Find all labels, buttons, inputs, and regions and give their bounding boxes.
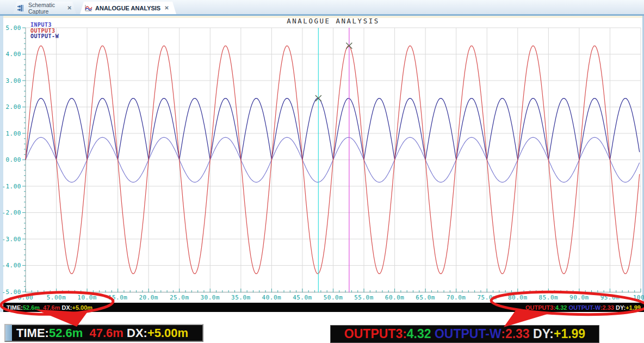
svg-text:-3.00: -3.00	[2, 236, 21, 243]
readout-segment: :2.33	[501, 327, 529, 341]
schematic-icon	[17, 4, 26, 12]
status-time-readout: TIME:52.6m 47.6m DX:+5.00m	[7, 304, 92, 311]
readout-segment: 47.6m	[40, 304, 60, 311]
time-readout-callout: TIME:52.6m 47.6m DX:+5.00m	[4, 324, 203, 342]
svg-text:0.00: 0.00	[6, 156, 22, 163]
graph-status-bar: TIME:52.6m 47.6m DX:+5.00m OUTPUT3:4.32 …	[3, 303, 644, 312]
readout-segment: :2.33	[600, 304, 614, 311]
svg-text:60.0m: 60.0m	[385, 294, 405, 301]
readout-segment: OUTPUT3:	[344, 327, 407, 341]
svg-text:INPUT3: INPUT3	[30, 22, 52, 28]
svg-text:5.00m: 5.00m	[47, 294, 66, 301]
svg-text:20.0m: 20.0m	[139, 294, 158, 301]
readout-segment: 4.32	[555, 304, 567, 311]
readout-segment: DX:	[60, 304, 72, 311]
svg-text:5.00: 5.00	[6, 24, 22, 32]
readout-segment: +1.99	[626, 304, 641, 311]
svg-text:2.00: 2.00	[6, 103, 22, 111]
readout-segment: 4.32	[407, 327, 431, 341]
readout-segment: OUTPUT-W	[431, 327, 501, 341]
svg-text:90.0m: 90.0m	[569, 294, 589, 301]
tab-label: Schematic Capture	[28, 2, 64, 15]
svg-text:30.0m: 30.0m	[200, 294, 220, 301]
svg-text:10.0m: 10.0m	[77, 294, 97, 301]
readout-segment: +5.00m	[147, 326, 188, 340]
status-value-readout: OUTPUT3:4.32 OUTPUT-W:2.33 DY:+1.99	[525, 304, 641, 311]
time-readout-text: TIME:52.6m 47.6m DX:+5.00m	[16, 326, 188, 340]
svg-text:ANALOGUE ANALYSIS: ANALOGUE ANALYSIS	[287, 17, 379, 25]
svg-text:95.0m: 95.0m	[600, 294, 620, 301]
readout-segment: DY:	[530, 327, 554, 341]
readout-segment: OUTPUT-W	[567, 304, 600, 311]
svg-text:55.0m: 55.0m	[354, 294, 374, 301]
readout-segment: 52.6m	[49, 326, 83, 340]
waveform-icon	[84, 4, 92, 12]
svg-text:1.00: 1.00	[6, 130, 22, 137]
svg-text:45.0m: 45.0m	[293, 294, 312, 301]
statusbar-grip	[5, 325, 12, 341]
readout-segment: DX:	[123, 326, 147, 340]
svg-text:35.0m: 35.0m	[231, 294, 251, 301]
readout-segment: +5.00m	[72, 304, 92, 311]
readout-segment: 52.6m	[23, 304, 40, 311]
tab-bar: Schematic Capture ✕ ANALOGUE ANALYSIS ✕	[0, 0, 644, 14]
svg-text:-5.00: -5.00	[2, 289, 21, 296]
svg-text:50.0m: 50.0m	[324, 294, 343, 301]
value-readout-text: OUTPUT3:4.32 OUTPUT-W:2.33 DY:+1.99	[344, 327, 585, 341]
svg-text:85.0m: 85.0m	[539, 294, 559, 301]
svg-text:-4.00: -4.00	[2, 262, 21, 269]
tab-schematic-capture[interactable]: Schematic Capture ✕	[13, 2, 76, 14]
svg-text:3.00: 3.00	[6, 77, 22, 84]
tab-close-icon[interactable]: ✕	[67, 5, 72, 11]
readout-segment: TIME:	[16, 326, 49, 340]
readout-segment: OUTPUT3:	[525, 304, 555, 311]
svg-text:15.0m: 15.0m	[108, 294, 128, 301]
svg-text:-1.00: -1.00	[2, 183, 21, 190]
svg-text:-2.00: -2.00	[2, 209, 21, 216]
svg-text:OUTPUT-W: OUTPUT-W	[30, 33, 59, 39]
readout-segment: 47.6m	[83, 326, 123, 340]
analysis-chart[interactable]: 0.005.00m10.0m15.0m20.0m25.0m30.0m35.0m4…	[0, 16, 644, 303]
svg-text:OUTPUT3: OUTPUT3	[30, 28, 55, 34]
tab-analogue-analysis[interactable]: ANALOGUE ANALYSIS ✕	[80, 2, 176, 14]
tab-label: ANALOGUE ANALYSIS	[95, 5, 160, 11]
value-readout-callout: OUTPUT3:4.32 OUTPUT-W:2.33 DY:+1.99	[330, 325, 599, 343]
svg-text:65.0m: 65.0m	[416, 294, 435, 301]
svg-text:75.0m: 75.0m	[477, 294, 497, 301]
readout-segment: TIME:	[7, 304, 23, 311]
svg-text:70.0m: 70.0m	[447, 294, 466, 301]
svg-text:80.0m: 80.0m	[508, 294, 528, 301]
svg-text:100m: 100m	[633, 294, 644, 301]
svg-text:40.0m: 40.0m	[262, 294, 282, 301]
svg-text:4.00: 4.00	[6, 51, 22, 58]
readout-segment: DY:	[614, 304, 626, 311]
svg-text:25.0m: 25.0m	[170, 294, 189, 301]
readout-segment: +1.99	[554, 327, 585, 341]
tab-close-icon[interactable]: ✕	[164, 5, 169, 11]
